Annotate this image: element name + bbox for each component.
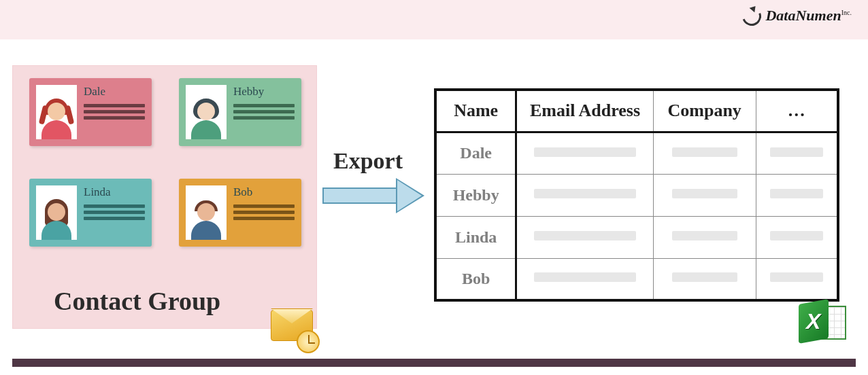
brand-name: DataNumenInc.: [765, 7, 852, 24]
header-email: Email Address: [516, 90, 653, 132]
avatar-icon: [188, 194, 224, 240]
outlook-icon: [268, 306, 321, 355]
contact-name: Hebby: [233, 85, 295, 99]
placeholder-bar: [672, 189, 737, 198]
row-company: [653, 258, 756, 300]
placeholder-bar: [534, 189, 636, 198]
row-more: [756, 174, 838, 216]
avatar-icon: [38, 93, 75, 139]
row-more: [756, 132, 838, 174]
contact-group-panel: Dale Hebby Linda: [12, 65, 317, 329]
placeholder-line: [84, 116, 145, 120]
placeholder-line: [84, 211, 145, 214]
export-arrow-icon: [322, 178, 424, 213]
bottom-divider: [12, 359, 856, 367]
placeholder-line: [84, 104, 145, 107]
excel-x-letter: X: [806, 309, 820, 334]
contact-card-bob: Bob: [179, 179, 301, 247]
placeholder-bar: [534, 231, 636, 240]
row-more: [756, 258, 838, 300]
contact-card-dale: Dale: [29, 78, 152, 146]
placeholder-bar: [672, 231, 737, 240]
header-company: Company: [653, 90, 756, 132]
contact-card-text: Dale: [81, 78, 152, 146]
placeholder-bar: [672, 272, 737, 282]
export-label: Export: [333, 148, 403, 174]
placeholder-bar: [534, 272, 636, 282]
row-more: [756, 216, 838, 258]
header-name: Name: [435, 90, 516, 132]
avatar-icon: [188, 93, 224, 139]
row-email: [516, 258, 653, 300]
contact-group-title: Contact Group: [54, 286, 220, 316]
avatar-portrait: [186, 85, 227, 139]
avatar-icon: [38, 194, 75, 240]
table-row: Bob: [435, 258, 838, 300]
contact-card-text: Linda: [81, 179, 152, 247]
brand-name-text: DataNumen: [765, 7, 841, 24]
placeholder-line: [233, 116, 295, 120]
brand-logo: DataNumenInc.: [741, 5, 852, 26]
placeholder-line: [233, 217, 295, 220]
brand-swoosh-icon: [741, 5, 761, 26]
top-banner: [0, 0, 868, 39]
placeholder-line: [84, 217, 145, 220]
placeholder-bar: [770, 147, 823, 157]
brand-suffix: Inc.: [841, 9, 852, 16]
table-row: Dale: [435, 132, 838, 174]
row-email: [516, 216, 653, 258]
avatar-portrait: [186, 185, 227, 240]
table-row: Linda: [435, 216, 838, 258]
contact-card-text: Bob: [231, 179, 301, 247]
row-name: Linda: [435, 216, 516, 258]
placeholder-line: [84, 110, 145, 113]
avatar-portrait: [36, 85, 77, 139]
table-row: Hebby: [435, 174, 838, 216]
contact-name: Dale: [84, 85, 145, 99]
placeholder-line: [233, 104, 295, 107]
avatar-portrait: [36, 185, 77, 240]
contact-card-text: Hebby: [231, 78, 301, 146]
contact-name: Bob: [233, 185, 295, 199]
placeholder-bar: [770, 189, 823, 198]
placeholder-bar: [770, 231, 823, 240]
row-email: [516, 174, 653, 216]
row-name: Dale: [435, 132, 516, 174]
contact-card-linda: Linda: [29, 179, 152, 247]
placeholder-bar: [672, 147, 737, 157]
export-table: Name Email Address Company … Dale Hebby …: [434, 88, 839, 302]
placeholder-line: [233, 211, 295, 214]
header-more: …: [756, 90, 838, 132]
placeholder-line: [233, 204, 295, 208]
contact-name: Linda: [84, 185, 145, 199]
row-company: [653, 216, 756, 258]
excel-icon: X: [799, 302, 846, 346]
row-name: Bob: [435, 258, 516, 300]
row-company: [653, 174, 756, 216]
placeholder-line: [84, 204, 145, 208]
table-header-row: Name Email Address Company …: [435, 90, 838, 132]
placeholder-line: [233, 110, 295, 113]
placeholder-bar: [770, 272, 823, 282]
row-email: [516, 132, 653, 174]
row-name: Hebby: [435, 174, 516, 216]
contact-card-hebby: Hebby: [179, 78, 301, 146]
row-company: [653, 132, 756, 174]
placeholder-bar: [534, 147, 636, 157]
